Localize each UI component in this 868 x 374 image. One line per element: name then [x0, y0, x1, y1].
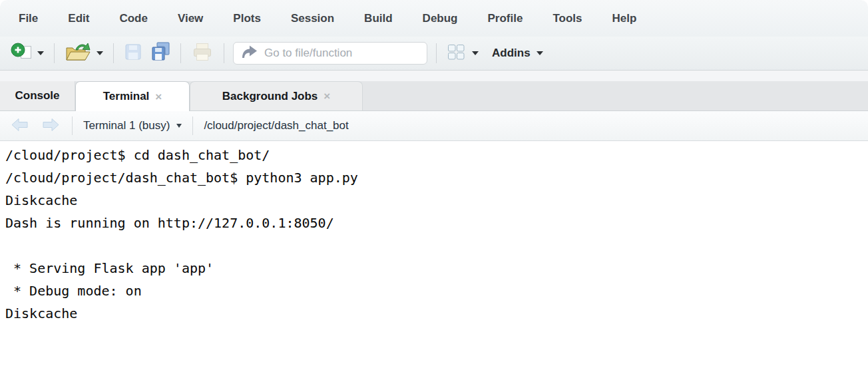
pane-tabstrip: Console Terminal × Background Jobs × — [0, 81, 868, 111]
open-file-dropdown-caret[interactable] — [97, 51, 103, 55]
open-file-button[interactable] — [61, 38, 107, 69]
toolbar-separator — [180, 43, 181, 63]
terminal-toolbar-separator — [72, 116, 73, 135]
addins-button[interactable]: Addins — [487, 44, 548, 63]
menu-build[interactable]: Build — [364, 12, 393, 25]
window-gap — [0, 71, 868, 81]
terminal-line: Dash is running on http://127.0.0.1:8050… — [5, 212, 863, 234]
terminal-line: * Serving Flask app 'app' — [5, 257, 863, 280]
tab-console[interactable]: Console — [0, 81, 75, 110]
new-file-button[interactable] — [7, 39, 48, 68]
terminal-line: Diskcache — [5, 189, 863, 212]
save-all-icon — [150, 42, 170, 65]
rstudio-window: File Edit Code View Plots Session Build … — [0, 0, 868, 374]
back-arrow-icon — [11, 117, 29, 135]
new-file-icon — [11, 41, 33, 65]
forward-arrow-icon — [42, 117, 60, 135]
terminal-line: /cloud/project/dash_chat_bot$ python3 ap… — [5, 166, 863, 189]
goto-arrow-icon — [240, 45, 258, 62]
panes-layout-caret[interactable] — [472, 51, 479, 55]
terminal-forward-button[interactable] — [41, 116, 61, 136]
toolbar-separator — [436, 43, 437, 63]
tab-terminal[interactable]: Terminal × — [75, 81, 190, 111]
panes-layout-button[interactable] — [443, 41, 483, 66]
tab-terminal-close-icon[interactable]: × — [155, 91, 162, 102]
goto-file-input[interactable] — [264, 47, 404, 60]
menu-debug[interactable]: Debug — [423, 12, 458, 25]
toolbar-separator — [224, 43, 224, 63]
tab-background-jobs-close-icon[interactable]: × — [324, 91, 330, 102]
menu-edit[interactable]: Edit — [68, 12, 89, 25]
print-button[interactable] — [187, 39, 218, 67]
menu-bar: File Edit Code View Plots Session Build … — [0, 0, 868, 37]
terminal-cwd-path: /cloud/project/dash_chat_bot — [204, 119, 348, 132]
menu-help[interactable]: Help — [612, 12, 636, 25]
menu-session[interactable]: Session — [291, 12, 334, 25]
terminal-toolbar: Terminal 1 (busy) /cloud/project/dash_ch… — [0, 111, 868, 141]
menu-code[interactable]: Code — [119, 12, 148, 25]
save-all-button[interactable] — [146, 39, 174, 67]
menu-file[interactable]: File — [19, 12, 38, 25]
menu-profile[interactable]: Profile — [488, 12, 523, 25]
terminal-line — [5, 234, 863, 257]
addins-caret — [537, 51, 543, 55]
open-folder-icon — [65, 41, 93, 66]
terminal-back-button[interactable] — [9, 116, 30, 136]
terminal-line: /cloud/project$ cd dash_chat_bot/ — [5, 144, 863, 166]
menu-view[interactable]: View — [178, 12, 203, 25]
terminal-line: * Debug mode: on — [5, 280, 863, 302]
terminal-session-label: Terminal 1 (busy) — [83, 119, 170, 132]
toolbar-separator — [113, 43, 114, 63]
goto-file-searchbox[interactable] — [233, 42, 427, 65]
main-toolbar: Addins — [0, 37, 868, 71]
save-icon — [124, 43, 142, 64]
tab-terminal-label: Terminal — [103, 90, 150, 103]
terminal-toolbar-separator — [192, 116, 193, 135]
terminal-output[interactable]: /cloud/project$ cd dash_chat_bot/ /cloud… — [0, 141, 868, 374]
print-icon — [191, 42, 214, 65]
tab-background-jobs[interactable]: Background Jobs × — [190, 81, 363, 110]
tab-console-label: Console — [15, 89, 59, 102]
new-file-dropdown-caret[interactable] — [37, 51, 44, 55]
panes-grid-icon — [447, 43, 465, 63]
terminal-session-dropdown[interactable]: Terminal 1 (busy) — [83, 119, 182, 132]
save-button[interactable] — [120, 40, 146, 67]
toolbar-separator — [54, 43, 55, 63]
terminal-line: Diskcache — [5, 302, 863, 325]
menu-plots[interactable]: Plots — [233, 12, 261, 25]
menu-tools[interactable]: Tools — [552, 12, 582, 25]
tab-background-jobs-label: Background Jobs — [222, 90, 318, 103]
terminal-session-caret — [176, 124, 182, 128]
addins-label: Addins — [492, 47, 531, 60]
